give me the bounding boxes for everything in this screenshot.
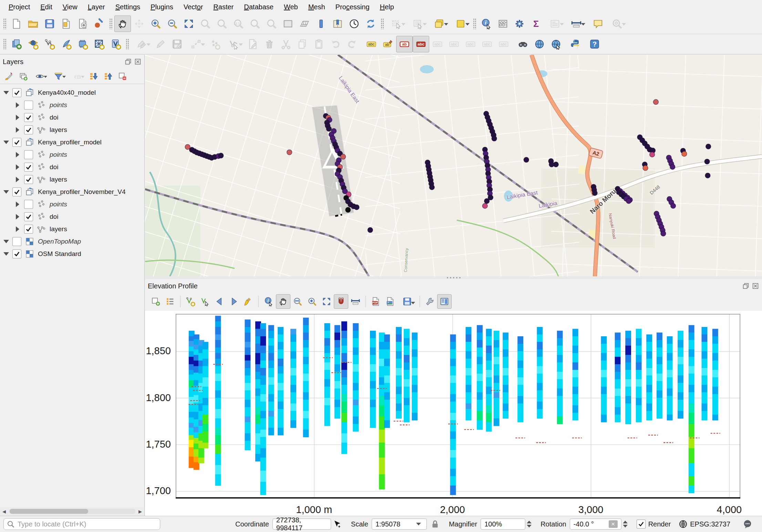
new-gpx-layer-button[interactable] — [41, 36, 58, 52]
pin-unpin-labels-button[interactable] — [429, 36, 446, 52]
web-service-button[interactable] — [548, 36, 564, 52]
python-console-button[interactable] — [567, 36, 584, 52]
delete-selected-button[interactable] — [261, 36, 278, 52]
pan-map-button[interactable] — [114, 16, 131, 32]
layer-tree-row[interactable]: points — [0, 99, 144, 111]
menu-settings[interactable]: Settings — [110, 1, 145, 13]
expand-arrow-icon[interactable] — [16, 177, 19, 182]
export-as-image-button[interactable] — [383, 294, 398, 309]
toggle-editing-button[interactable] — [152, 36, 169, 52]
metasearch-button[interactable] — [531, 36, 548, 52]
expand-arrow-icon[interactable] — [16, 164, 19, 170]
layer-label[interactable]: Kenya40x40_model — [38, 89, 96, 96]
locate-input[interactable] — [3, 518, 160, 530]
collapse-arrow-icon[interactable] — [3, 252, 9, 256]
layer-diagram-options-button[interactable] — [380, 36, 396, 52]
layer-visibility-checkbox[interactable] — [24, 225, 33, 234]
layer-label[interactable]: points — [50, 151, 67, 158]
export-results-button[interactable] — [398, 294, 417, 309]
layer-visibility-checkbox[interactable] — [12, 237, 21, 246]
help-button[interactable] — [586, 36, 603, 52]
collapse-arrow-icon[interactable] — [3, 240, 9, 243]
measure-line-button[interactable] — [566, 16, 587, 32]
crs-value[interactable]: EPSG:32737 — [690, 520, 730, 528]
layer-label[interactable]: doi — [50, 163, 58, 171]
open-layer-styling-button[interactable] — [1, 69, 16, 83]
nudge-right-button[interactable] — [227, 294, 241, 309]
layer-visibility-checkbox[interactable] — [24, 200, 33, 209]
layer-visibility-checkbox[interactable] — [24, 113, 33, 122]
render-checkbox[interactable]: Render — [637, 520, 671, 529]
snapping-button[interactable] — [334, 294, 348, 309]
identify-features-button[interactable] — [478, 16, 495, 32]
pan-to-selection-button[interactable] — [131, 16, 147, 32]
measure-distances-button[interactable] — [348, 294, 363, 309]
layer-visibility-checkbox[interactable] — [24, 150, 33, 159]
layer-tree-row[interactable]: doi — [0, 211, 144, 223]
show-statistics-button[interactable] — [528, 16, 544, 32]
open-attribute-table-button[interactable] — [429, 16, 450, 32]
spatial-bookmarks-button[interactable] — [329, 16, 346, 32]
temporal-navigation-button[interactable] — [346, 16, 362, 32]
messages-icon[interactable] — [743, 519, 752, 529]
add-group-button[interactable] — [16, 69, 30, 83]
layer-tree-row[interactable]: layers — [0, 124, 144, 136]
float-panel-icon[interactable] — [124, 58, 132, 65]
scroll-track[interactable] — [9, 509, 135, 514]
new-shapefile-layer-button[interactable] — [25, 36, 41, 52]
layer-tree-row[interactable]: layers — [0, 223, 144, 235]
expand-arrow-icon[interactable] — [16, 226, 19, 232]
osm-place-search-button[interactable] — [515, 36, 531, 52]
identify-features-button[interactable] — [261, 294, 276, 309]
menu-vector[interactable]: Vector — [178, 1, 208, 13]
collapse-arrow-icon[interactable] — [3, 141, 9, 144]
new-mesh-layer-button[interactable] — [91, 36, 107, 52]
modify-attributes-button[interactable] — [245, 36, 261, 52]
collapse-arrow-icon[interactable] — [3, 91, 9, 94]
layer-label[interactable]: Kenya_profiler_November_V4 — [38, 188, 126, 196]
export-as-pdf-button[interactable] — [369, 294, 383, 309]
move-label-button[interactable] — [462, 36, 479, 52]
layer-label[interactable]: layers — [50, 126, 67, 134]
new-virtual-layer-button[interactable] — [107, 36, 124, 52]
layer-visibility-checkbox[interactable] — [24, 163, 33, 172]
rotate-label-button[interactable] — [479, 36, 495, 52]
crs-globe-icon[interactable] — [678, 519, 688, 529]
layer-tree-row[interactable]: Kenya_profiler_model — [0, 136, 144, 149]
zoom-full-button[interactable] — [319, 294, 334, 309]
new-temporary-scratch-layer-button[interactable] — [58, 36, 74, 52]
new-map-view-button[interactable] — [280, 16, 296, 32]
layer-tree-row[interactable]: OSM Standard — [0, 248, 144, 260]
close-panel-icon[interactable] — [752, 282, 759, 290]
menu-edit[interactable]: Edit — [35, 1, 57, 13]
rotation-spinbox[interactable]: -40.0 ° ✕ — [570, 519, 621, 530]
layer-label[interactable]: points — [50, 101, 67, 109]
expand-arrow-icon[interactable] — [16, 115, 19, 120]
layer-tree-row[interactable]: OpenTopoMap — [0, 235, 144, 248]
layer-label[interactable]: Kenya_profiler_model — [38, 139, 102, 146]
zoom-to-selection-button[interactable] — [197, 16, 214, 32]
menu-database[interactable]: Database — [239, 1, 279, 13]
new-print-layout-button[interactable] — [58, 16, 74, 32]
zoom-last-button[interactable] — [247, 16, 263, 32]
style-manager-button[interactable] — [91, 16, 107, 32]
change-label-properties-button[interactable] — [495, 36, 512, 52]
map-tips-button[interactable] — [590, 16, 606, 32]
collapse-arrow-icon[interactable] — [3, 190, 9, 194]
layer-label[interactable]: doi — [50, 114, 58, 121]
dropdown-icon[interactable] — [414, 523, 423, 525]
expand-arrow-icon[interactable] — [16, 127, 19, 133]
float-panel-icon[interactable] — [742, 282, 750, 290]
expand-arrow-icon[interactable] — [16, 214, 19, 219]
close-panel-icon[interactable] — [134, 58, 142, 65]
magnifier-spinbox[interactable]: 100% — [481, 519, 525, 530]
show-layout-manager-button[interactable] — [74, 16, 91, 32]
vertex-tool-button[interactable] — [223, 36, 245, 52]
field-calculator-button[interactable] — [450, 16, 471, 32]
current-edits-button[interactable] — [131, 36, 152, 52]
new-geopackage-layer-button[interactable] — [8, 36, 25, 52]
add-record-button[interactable] — [207, 36, 223, 52]
menu-web[interactable]: Web — [279, 1, 303, 13]
zoom-full-button[interactable] — [181, 16, 197, 32]
options-button[interactable] — [511, 16, 528, 32]
